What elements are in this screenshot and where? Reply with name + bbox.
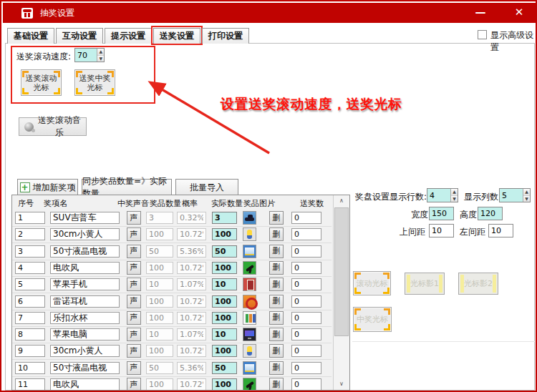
tab-prize-giving-settings[interactable]: 送奖设置 (153, 28, 200, 44)
minimize-button[interactable]: — (470, 3, 491, 23)
tab-basic-settings[interactable]: 基础设置 (7, 28, 54, 44)
cursor-shadow1-button[interactable]: 光标影1 (405, 273, 445, 295)
win-cursor-button[interactable]: 中奖光标 (353, 307, 392, 332)
given-count-input[interactable] (291, 245, 321, 258)
probability-input[interactable] (177, 345, 206, 357)
prize-image[interactable] (243, 245, 256, 258)
row-no-input[interactable] (15, 295, 45, 308)
actual-qty-input[interactable] (212, 228, 237, 240)
actual-qty-input[interactable] (212, 295, 237, 308)
delete-image-button[interactable]: 删 (269, 245, 284, 258)
prize-name-input[interactable] (50, 295, 120, 308)
row-no-input[interactable] (15, 245, 45, 258)
prize-image[interactable] (243, 328, 256, 341)
prize-win-cursor-button[interactable]: 送奖中奖 光标 (74, 69, 115, 96)
height-input[interactable] (478, 207, 503, 220)
scroll-cursor-button[interactable]: 滚动光标 (353, 271, 391, 295)
prize-name-input[interactable] (50, 212, 120, 224)
actual-qty-input[interactable] (212, 278, 237, 290)
probability-input[interactable] (177, 362, 206, 374)
given-count-input[interactable] (291, 328, 321, 340)
given-count-input[interactable] (291, 278, 321, 290)
scrollbar-thumb[interactable] (334, 207, 349, 336)
given-count-input[interactable] (291, 262, 321, 274)
actual-qty-input[interactable] (212, 345, 237, 357)
row-no-input[interactable] (15, 312, 45, 324)
prize-image[interactable] (243, 211, 256, 225)
prize-qty-input[interactable] (146, 378, 173, 391)
prize-name-input[interactable] (50, 378, 120, 391)
width-input[interactable] (429, 207, 454, 220)
batch-import-tab[interactable]: 批量导入 (175, 179, 238, 195)
display-cols-input[interactable] (500, 189, 523, 202)
scroll-down-icon[interactable]: ∨ (334, 378, 349, 390)
probability-input[interactable] (177, 228, 206, 240)
prize-qty-input[interactable] (146, 262, 173, 274)
win-sound-button[interactable]: 声 (127, 361, 141, 375)
tab-print-settings[interactable]: 打印设置 (202, 28, 249, 44)
win-sound-button[interactable]: 声 (127, 211, 141, 225)
show-advanced-checkbox[interactable] (478, 30, 487, 39)
actual-qty-input[interactable] (212, 262, 237, 274)
prize-name-input[interactable] (50, 328, 120, 340)
prize-qty-input[interactable] (146, 362, 173, 374)
actual-qty-input[interactable] (212, 328, 237, 340)
delete-image-button[interactable]: 删 (269, 261, 284, 275)
prize-name-input[interactable] (50, 245, 120, 258)
prize-image[interactable] (243, 361, 256, 375)
probability-input[interactable] (177, 245, 206, 258)
add-prize-tab[interactable]: + 增加新奖项 (17, 179, 78, 195)
prize-image[interactable] (243, 378, 256, 391)
row-no-input[interactable] (15, 362, 45, 374)
prize-image[interactable] (243, 344, 256, 358)
probability-input[interactable] (177, 312, 206, 324)
prize-name-input[interactable] (50, 345, 120, 357)
tab-prompt-settings[interactable]: 提示设置 (105, 28, 152, 44)
given-count-input[interactable] (291, 362, 321, 374)
probability-input[interactable] (177, 295, 206, 308)
delete-image-button[interactable]: 删 (269, 344, 284, 358)
tab-interaction-settings[interactable]: 互动设置 (56, 28, 103, 44)
win-sound-button[interactable]: 声 (127, 278, 141, 291)
close-button[interactable]: ✕ (508, 3, 530, 23)
win-sound-button[interactable]: 声 (127, 378, 141, 391)
win-sound-button[interactable]: 声 (127, 328, 141, 341)
prize-qty-input[interactable] (146, 295, 173, 308)
actual-qty-input[interactable] (212, 245, 237, 258)
row-no-input[interactable] (15, 262, 45, 274)
display-rows-input[interactable] (427, 189, 450, 202)
probability-input[interactable] (177, 378, 206, 391)
prize-image[interactable] (243, 261, 256, 275)
left-gap-input[interactable] (488, 224, 513, 237)
delete-image-button[interactable]: 删 (269, 211, 284, 225)
given-count-input[interactable] (291, 378, 321, 391)
win-sound-button[interactable]: 声 (127, 245, 141, 258)
prize-qty-input[interactable] (146, 228, 173, 240)
scroll-speed-input[interactable] (75, 49, 97, 62)
prize-roll-music-button[interactable]: 送奖滚动音乐 (19, 117, 87, 136)
probability-input[interactable] (177, 328, 206, 340)
row-no-input[interactable] (15, 228, 45, 240)
delete-image-button[interactable]: 删 (269, 295, 284, 308)
delete-image-button[interactable]: 删 (269, 311, 284, 325)
delete-image-button[interactable]: 删 (269, 328, 284, 341)
prize-qty-input[interactable] (146, 312, 173, 324)
prize-name-input[interactable] (50, 312, 120, 324)
given-count-input[interactable] (291, 228, 321, 240)
scroll-up-icon[interactable]: ∧ (334, 195, 349, 207)
probability-input[interactable] (177, 212, 206, 224)
win-sound-button[interactable]: 声 (127, 295, 141, 308)
sync-quantity-tab[interactable]: 同步奖品数量=》实际数量 (82, 179, 172, 195)
win-sound-button[interactable]: 声 (127, 227, 141, 241)
prize-qty-input[interactable] (146, 212, 173, 224)
prize-qty-input[interactable] (146, 245, 173, 258)
top-gap-input[interactable] (429, 224, 454, 237)
spin-up-icon[interactable]: ▲ (523, 189, 530, 196)
delete-image-button[interactable]: 删 (269, 227, 284, 241)
prize-roll-cursor-button[interactable]: 送奖滚动 光标 (21, 69, 62, 96)
prize-image[interactable] (243, 278, 256, 291)
win-sound-button[interactable]: 声 (127, 311, 141, 325)
given-count-input[interactable] (291, 295, 321, 308)
prize-image[interactable] (243, 227, 256, 241)
prize-name-input[interactable] (50, 228, 120, 240)
